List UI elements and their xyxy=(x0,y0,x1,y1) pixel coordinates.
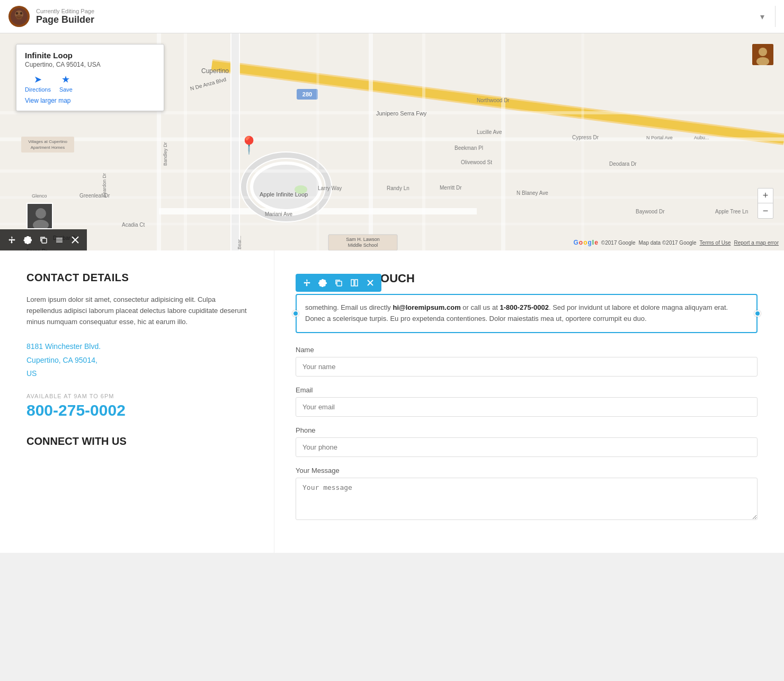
map-zoom-controls: + − xyxy=(758,188,773,219)
address-line3[interactable]: US xyxy=(26,367,253,380)
svg-text:Cypress Dr: Cypress Dr xyxy=(572,135,599,140)
svg-text:Randy Ln: Randy Ln xyxy=(387,185,409,191)
topbar-title: Page Builder xyxy=(36,14,756,25)
contact-description: Lorem ipsum dolor sit amet, consectetur … xyxy=(26,294,253,327)
svg-rect-72 xyxy=(56,241,63,243)
phone-field-group: Phone xyxy=(296,426,758,457)
topbar-divider xyxy=(775,6,776,27)
element-settings-button[interactable] xyxy=(316,276,329,290)
close-button[interactable] xyxy=(68,232,83,247)
element-copy-button[interactable] xyxy=(332,276,345,290)
save-label: Save xyxy=(59,86,73,93)
svg-text:280: 280 xyxy=(302,91,312,97)
contact-details-title: CONTACT DETAILS xyxy=(26,272,253,284)
svg-text:Acadia Ct: Acadia Ct xyxy=(122,222,145,228)
svg-rect-77 xyxy=(355,280,358,286)
copy-button[interactable] xyxy=(36,232,51,247)
svg-text:Larry Way: Larry Way xyxy=(318,185,342,191)
save-icon: ★ xyxy=(61,74,70,85)
form-column: LET'S GET IN TOUCH xyxy=(274,250,784,553)
main-content: CONTACT DETAILS Lorem ipsum dolor sit am… xyxy=(0,250,784,553)
message-textarea[interactable] xyxy=(296,478,758,520)
svg-text:Beekman Pl: Beekman Pl xyxy=(455,145,483,151)
svg-point-6 xyxy=(16,15,22,20)
save-button[interactable]: ★ Save xyxy=(59,74,73,93)
map-footer: Google ©2017 Google Map data ©2017 Googl… xyxy=(573,239,779,246)
phone-label: Phone xyxy=(296,426,758,434)
google-logo: Google xyxy=(573,239,598,246)
svg-text:Beardon Dr: Beardon Dr xyxy=(102,173,107,198)
map-bottom-avatar xyxy=(26,203,53,229)
available-label: AVAILABLE AT 9AM TO 6PM xyxy=(26,393,253,399)
svg-rect-76 xyxy=(351,280,354,286)
topbar-text: Currently Editing Page Page Builder xyxy=(36,8,756,25)
connect-with-us-title: CONNECT WITH US xyxy=(26,435,253,447)
name-input[interactable] xyxy=(296,357,758,377)
svg-text:Middle School: Middle School xyxy=(348,243,378,248)
svg-text:Mariani Ave: Mariani Ave xyxy=(265,211,293,217)
element-move-button[interactable] xyxy=(300,276,314,290)
svg-point-64 xyxy=(759,48,767,56)
phone-number: 800-275-0002 xyxy=(26,401,253,419)
email-highlight: hi@loremipsum.com xyxy=(393,303,460,311)
element-toolbar xyxy=(296,274,381,292)
map-popup-title: Infinite Loop xyxy=(25,51,155,60)
map-popup-actions: ➤ Directions ★ Save xyxy=(25,74,155,93)
middle-text: or call us at xyxy=(461,303,500,311)
zoom-out-button[interactable]: − xyxy=(758,203,773,218)
map-data: Map data ©2017 Google xyxy=(638,240,696,246)
directions-button[interactable]: ➤ Directions xyxy=(25,74,51,93)
map-popup-subtitle: Cupertino, CA 95014, USA xyxy=(25,61,155,68)
svg-text:Baywood Dr: Baywood Dr xyxy=(636,209,665,214)
intro-text: something. Email us directly xyxy=(305,303,393,311)
map-container[interactable]: 280 Junipero Serra Fwy N De Anza Blvd Ap… xyxy=(0,33,784,250)
message-field-group: Your Message xyxy=(296,467,758,522)
svg-text:Bear...: Bear... xyxy=(237,236,242,249)
element-resize-button[interactable] xyxy=(348,276,361,290)
contact-details-column: CONTACT DETAILS Lorem ipsum dolor sit am… xyxy=(0,250,274,553)
svg-text:Aubu...: Aubu... xyxy=(694,135,709,140)
map-popup: Infinite Loop Cupertino, CA 95014, USA ➤… xyxy=(16,44,164,111)
list-button[interactable] xyxy=(52,232,67,247)
element-close-button[interactable] xyxy=(363,276,377,290)
resize-handle-right[interactable] xyxy=(754,310,761,317)
view-larger-map-link[interactable]: View larger map xyxy=(25,97,155,104)
email-input[interactable] xyxy=(296,397,758,417)
svg-rect-71 xyxy=(56,240,63,241)
svg-rect-70 xyxy=(56,238,63,239)
move-button[interactable] xyxy=(4,232,19,247)
topbar: Currently Editing Page Page Builder ▾ xyxy=(0,0,784,33)
map-avatar-thumbnail xyxy=(752,44,773,65)
email-label: Email xyxy=(296,386,758,394)
zoom-in-button[interactable]: + xyxy=(758,189,773,203)
settings-button[interactable] xyxy=(20,232,35,247)
report-map-error-link[interactable]: Report a map error xyxy=(734,240,779,246)
chevron-down-icon[interactable]: ▾ xyxy=(760,12,764,22)
svg-text:Deodara Dr: Deodara Dr xyxy=(609,161,637,167)
svg-text:Northwood Dr: Northwood Dr xyxy=(477,97,510,103)
message-label: Your Message xyxy=(296,467,758,474)
svg-point-67 xyxy=(35,208,46,219)
resize-handle-left[interactable] xyxy=(292,310,299,317)
svg-text:Lucille Ave: Lucille Ave xyxy=(477,129,502,135)
svg-text:Junipero Serra Fwy: Junipero Serra Fwy xyxy=(376,110,427,117)
svg-text:N Portal Ave: N Portal Ave xyxy=(646,135,673,140)
text-block-wrapper: something. Email us directly hi@loremips… xyxy=(296,294,758,333)
directions-label: Directions xyxy=(25,86,51,93)
name-field-group: Name xyxy=(296,346,758,377)
terms-of-use-link[interactable]: Terms of Use xyxy=(700,240,731,246)
name-label: Name xyxy=(296,346,758,354)
svg-text:Bandley Dr: Bandley Dr xyxy=(163,142,168,166)
svg-text:Sam H. Lawson: Sam H. Lawson xyxy=(346,237,380,242)
phone-input[interactable] xyxy=(296,437,758,457)
address-line1[interactable]: 8181 Winchester Blvd. xyxy=(26,340,253,353)
content-row: CONTACT DETAILS Lorem ipsum dolor sit am… xyxy=(0,250,784,553)
map-pin: 📍 xyxy=(238,135,260,155)
svg-text:Apartment Homes: Apartment Homes xyxy=(31,145,65,150)
svg-text:Cupertino: Cupertino xyxy=(201,67,229,75)
svg-text:Villages at Cupertino: Villages at Cupertino xyxy=(28,139,67,144)
svg-point-5 xyxy=(21,12,22,13)
logo xyxy=(8,6,30,27)
phone-highlight: 1-800-275-0002 xyxy=(500,303,549,311)
address-line2[interactable]: Cupertino, CA 95014, xyxy=(26,354,253,367)
